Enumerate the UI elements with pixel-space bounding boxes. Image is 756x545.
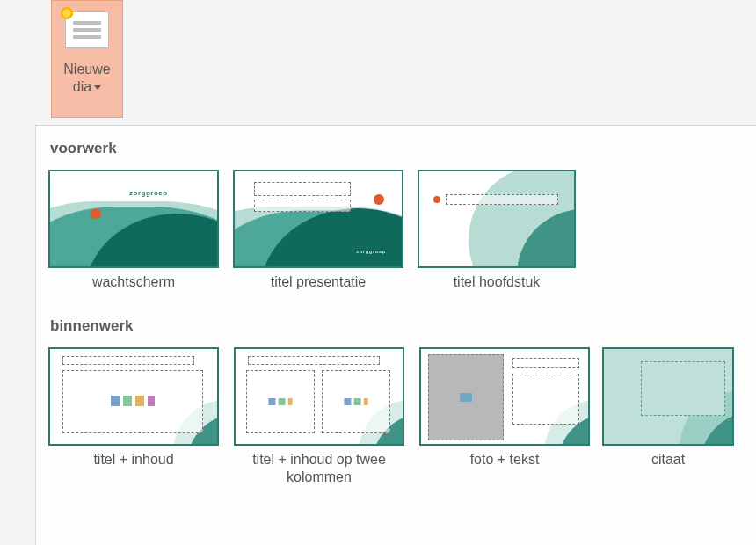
layout-caption: titel presentatie	[271, 273, 367, 291]
layout-titel-inhoud[interactable]: titel + inhoud	[48, 347, 219, 486]
layout-caption: wachtscherm	[92, 273, 175, 291]
thumbnail	[418, 170, 576, 268]
thumbnail: zorggroep	[48, 170, 219, 268]
logo-text: zorggroep	[356, 249, 386, 254]
layout-citaat[interactable]: citaat	[602, 347, 734, 486]
layout-titel-presentatie[interactable]: zorggroep titel presentatie	[233, 170, 403, 291]
accent-dot-icon	[91, 208, 101, 219]
thumbnail: zorggroep	[233, 170, 403, 268]
row-voorwerk: zorggroep wachtscherm zorggroep titel pr…	[48, 170, 756, 291]
layout-caption: foto + tekst	[470, 451, 540, 469]
layout-foto-tekst[interactable]: foto + tekst	[419, 347, 590, 486]
new-slide-button[interactable]: Nieuwe dia	[51, 0, 123, 118]
slide-layout-gallery: voorwerk zorggroep wachtscherm zorggr	[35, 125, 756, 545]
accent-dot-icon	[433, 196, 440, 203]
layout-caption: titel + inhoud op twee kolommen	[231, 451, 407, 486]
logo-text: zorggroep	[129, 189, 168, 197]
layout-titel-hoofdstuk[interactable]: titel hoofdstuk	[418, 170, 576, 291]
layout-caption: citaat	[602, 451, 734, 469]
section-header-voorwerk: voorwerk	[50, 140, 756, 157]
layout-caption: titel hoofdstuk	[454, 273, 541, 291]
thumbnail	[48, 347, 219, 446]
section-header-binnenwerk: binnenwerk	[50, 317, 756, 335]
layout-caption: titel + inhoud	[93, 451, 173, 469]
layout-titel-inhoud-twee-kolommen[interactable]: titel + inhoud op twee kolommen	[231, 347, 407, 486]
thumbnail	[419, 347, 590, 446]
layout-wachtscherm[interactable]: zorggroep wachtscherm	[48, 170, 219, 291]
new-slide-icon	[65, 11, 109, 48]
accent-dot-icon	[374, 194, 384, 205]
row-binnenwerk: titel + inhoud titel + inhoud op twee ko…	[48, 347, 756, 486]
new-slide-label: Nieuwe dia	[63, 61, 110, 96]
chevron-down-icon	[94, 85, 101, 90]
thumbnail	[234, 347, 404, 446]
thumbnail	[602, 347, 734, 446]
